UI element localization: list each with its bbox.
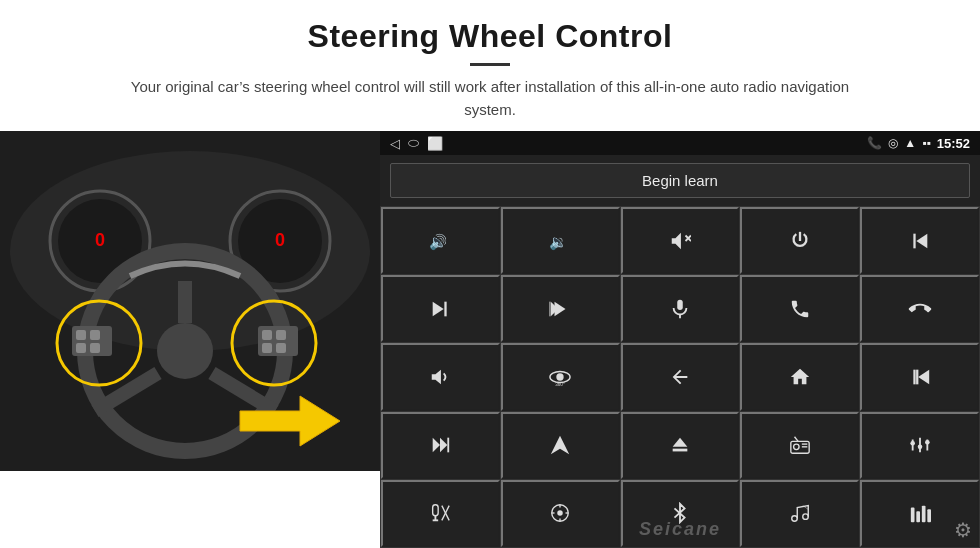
begin-learn-row: Begin learn [380,155,980,206]
svg-text:0: 0 [275,230,285,250]
header-section: Steering Wheel Control Your original car… [0,0,980,131]
svg-rect-21 [262,343,272,353]
svg-point-9 [157,323,213,379]
content-area: 0 0 [0,131,980,548]
back-button[interactable] [621,343,740,410]
svg-marker-47 [440,438,447,453]
mic2-button[interactable] [381,480,500,547]
back-nav-icon[interactable]: ◁ [390,136,400,151]
svg-rect-51 [673,449,688,452]
svg-rect-76 [910,508,914,523]
svg-rect-15 [90,330,100,340]
phone-status-icon: 📞 [867,136,882,150]
svg-text:0: 0 [95,230,105,250]
svg-marker-46 [433,438,440,453]
music-button[interactable] [740,480,859,547]
mute-button[interactable] [621,207,740,274]
svg-point-60 [917,445,922,450]
svg-rect-20 [276,330,286,340]
svg-marker-49 [551,436,569,454]
page-title: Steering Wheel Control [40,18,940,55]
page-container: Steering Wheel Control Your original car… [0,0,980,548]
svg-marker-50 [673,438,688,447]
svg-marker-32 [433,301,444,316]
menu-wheel-button[interactable] [501,480,620,547]
status-time: 15:52 [937,136,970,151]
svg-point-53 [793,444,799,450]
equalizer-button[interactable] [860,412,979,479]
battery-icon: ▪▪ [922,136,931,150]
controls-grid: 🔊 🔉 [380,206,980,548]
svg-rect-16 [76,343,86,353]
phone-button[interactable] [740,275,859,342]
status-bar-right: 📞 ◎ ▲ ▪▪ 15:52 [867,136,970,151]
prev-seek-button[interactable] [501,275,620,342]
svg-text:🔉: 🔉 [549,232,568,250]
home-button[interactable] [740,343,859,410]
svg-rect-14 [76,330,86,340]
gear-settings-icon[interactable]: ⚙ [954,518,972,542]
svg-rect-37 [677,300,683,310]
navigate-button[interactable] [501,412,620,479]
status-bar: ◁ ⬭ ⬜ 📞 ◎ ▲ ▪▪ 15:52 [380,131,980,155]
svg-rect-78 [921,506,925,523]
status-bar-left: ◁ ⬭ ⬜ [390,135,443,151]
svg-marker-27 [672,232,681,249]
hang-up-button[interactable] [860,275,979,342]
svg-rect-79 [927,510,931,523]
wifi-icon: ▲ [904,136,916,150]
begin-learn-button[interactable]: Begin learn [390,163,970,198]
subtitle-text: Your original car’s steering wheel contr… [110,76,870,121]
title-divider [470,63,510,66]
horn-button[interactable] [381,343,500,410]
fast-fwd-button[interactable] [381,412,500,479]
gps-icon: ◎ [888,136,898,150]
bluetooth-button[interactable] [621,480,740,547]
android-panel: ◁ ⬭ ⬜ 📞 ◎ ▲ ▪▪ 15:52 Begin learn [380,131,980,548]
svg-rect-22 [276,343,286,353]
svg-text:🔊: 🔊 [429,232,448,250]
svg-point-62 [925,440,930,445]
svg-rect-77 [916,512,920,523]
svg-rect-19 [262,330,272,340]
vol-up-button[interactable]: 🔊 [381,207,500,274]
svg-rect-17 [90,343,100,353]
svg-marker-39 [432,370,441,385]
svg-point-74 [803,514,809,520]
prev-track-hold-button[interactable] [860,207,979,274]
svg-marker-31 [916,233,927,248]
svg-point-40 [557,373,564,380]
cam360-button[interactable]: 360° [501,343,620,410]
svg-point-73 [792,516,798,522]
mic-button[interactable] [621,275,740,342]
svg-point-68 [557,511,563,517]
home-nav-icon[interactable]: ⬭ [408,135,419,151]
eject-button[interactable] [621,412,740,479]
svg-point-58 [910,441,915,446]
svg-text:360°: 360° [555,382,565,387]
next-track-button[interactable] [381,275,500,342]
vol-down-button[interactable]: 🔉 [501,207,620,274]
recents-nav-icon[interactable]: ⬜ [427,136,443,151]
svg-marker-45 [918,370,929,385]
car-image-panel: 0 0 [0,131,380,471]
prev-chapter-button[interactable] [860,343,979,410]
power-button[interactable] [740,207,859,274]
radio-button[interactable] [740,412,859,479]
